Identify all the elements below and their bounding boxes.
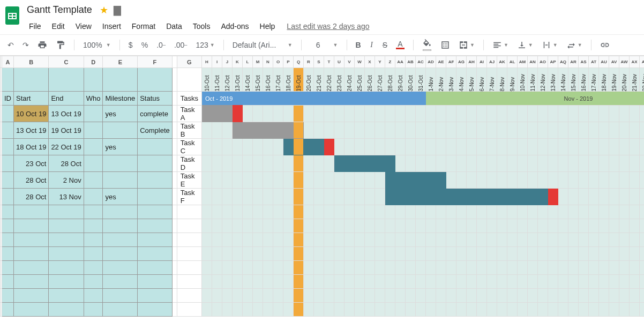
col-header-AF[interactable]: AF [446,56,456,68]
paint-format-button[interactable] [53,38,69,52]
empty-cell[interactable] [103,261,138,275]
empty-cell[interactable] [14,261,49,275]
cell-r4-c3[interactable] [84,172,103,189]
task-name-1[interactable]: Task B [177,122,201,139]
star-icon[interactable]: ★ [100,4,108,16]
zoom-dropdown[interactable]: 100%▼ [80,39,114,51]
empty-cell[interactable] [49,303,84,317]
font-family-dropdown[interactable]: Default (Ari...▼ [229,39,296,51]
redo-button[interactable]: ↷ [19,39,32,51]
col-header-N[interactable]: N [263,56,273,68]
cell-r0-c4[interactable]: yes [103,106,138,122]
col-header-AN[interactable]: AN [528,56,538,68]
menu-format[interactable]: Format [128,20,160,33]
col-header-AI[interactable]: AI [477,56,487,68]
cell-r1-c5[interactable]: Complete [138,122,173,139]
last-edit-link[interactable]: Last edit was 2 days ago [287,22,369,31]
undo-button[interactable]: ↶ [4,39,17,51]
empty-task-cell[interactable] [177,289,201,303]
empty-cell[interactable] [103,275,138,289]
empty-cell[interactable] [49,289,84,303]
menu-tools[interactable]: Tools [189,20,215,33]
col-header-AO[interactable]: AO [538,56,548,68]
vertical-align-button[interactable]: ▼ [514,38,536,52]
col-header-V[interactable]: V [345,56,355,68]
cell-r3-c4[interactable] [103,155,138,172]
col-header-AM[interactable]: AM [518,56,528,68]
col-header-C[interactable]: C [49,56,84,68]
col-header-AK[interactable]: AK [497,56,507,68]
col-header-M[interactable]: M [253,56,263,68]
empty-cell[interactable] [84,303,103,317]
cell-r5-c2[interactable]: 13 Nov [49,189,84,205]
cell-r2-c3[interactable] [84,139,103,155]
empty-cell[interactable] [103,247,138,261]
empty-cell[interactable] [2,233,14,247]
task-name-3[interactable]: Task D [177,155,201,172]
col-header-E[interactable]: E [103,56,138,68]
increase-decimal-button[interactable]: .00_ [171,39,190,51]
cell-r4-c5[interactable] [138,172,173,189]
col-header-AT[interactable]: AT [589,56,599,68]
cell-r2-c2[interactable]: 22 Oct 19 [49,139,84,155]
cell-r3-c0[interactable] [2,155,14,172]
col-header-AA[interactable]: AA [395,56,406,68]
empty-cell[interactable] [138,261,173,275]
col-header-B[interactable]: B [14,56,49,68]
cell-r3-c2[interactable]: 28 Oct [49,155,84,172]
cell-r1-c1[interactable]: 13 Oct 19 [14,122,49,139]
menu-edit[interactable]: Edit [48,20,69,33]
task-name-5[interactable]: Task F [177,189,201,205]
cell-r4-c0[interactable] [2,172,14,189]
task-name-0[interactable]: Task A [177,106,201,122]
cell-r5-c0[interactable] [2,189,14,205]
col-header-K[interactable]: K [233,56,243,68]
empty-cell[interactable] [14,205,49,219]
empty-task-cell[interactable] [177,261,201,275]
empty-cell[interactable] [84,219,103,233]
empty-cell[interactable] [14,275,49,289]
cell-r5-c1[interactable]: 28 Oct [14,189,49,205]
col-header-AU[interactable]: AU [599,56,609,68]
empty-cell[interactable] [49,247,84,261]
col-header-AX[interactable]: AX [630,56,640,68]
cell-r1-c3[interactable] [84,122,103,139]
cell-r2-c5[interactable] [138,139,173,155]
empty-cell[interactable] [103,233,138,247]
cell-r5-c4[interactable]: yes [103,189,138,205]
col-header-AB[interactable]: AB [406,56,416,68]
col-header-AQ[interactable]: AQ [558,56,568,68]
col-header-G[interactable]: G [177,56,201,68]
empty-cell[interactable] [138,233,173,247]
cell-r3-c5[interactable] [138,155,173,172]
empty-cell[interactable] [2,303,14,317]
menu-file[interactable]: File [25,20,46,33]
col-header-J[interactable]: J [222,56,233,68]
cell-r1-c4[interactable] [103,122,138,139]
empty-cell[interactable] [138,219,173,233]
empty-cell[interactable] [138,247,173,261]
header-end[interactable]: End [49,92,84,106]
menu-view[interactable]: View [71,20,96,33]
empty-cell[interactable] [103,303,138,317]
empty-cell[interactable] [84,289,103,303]
header-start[interactable]: Start [14,92,49,106]
empty-cell[interactable] [49,219,84,233]
insert-link-button[interactable] [597,38,613,52]
cell-r3-c1[interactable]: 23 Oct [14,155,49,172]
empty-cell[interactable] [2,289,14,303]
italic-button[interactable]: I [366,39,377,51]
col-header-AP[interactable]: AP [548,56,558,68]
move-to-folder-icon[interactable]: ▇ [114,4,121,16]
menu-data[interactable]: Data [162,20,186,33]
empty-cell[interactable] [84,247,103,261]
col-header-L[interactable]: L [243,56,253,68]
cell-r0-c0[interactable] [2,106,14,122]
col-header-R[interactable]: R [304,56,314,68]
bold-button[interactable]: B [353,39,364,51]
empty-cell[interactable] [14,247,49,261]
empty-cell[interactable] [138,205,173,219]
col-header-AD[interactable]: AD [426,56,436,68]
col-header-AG[interactable]: AG [456,56,467,68]
cell-r4-c4[interactable] [103,172,138,189]
